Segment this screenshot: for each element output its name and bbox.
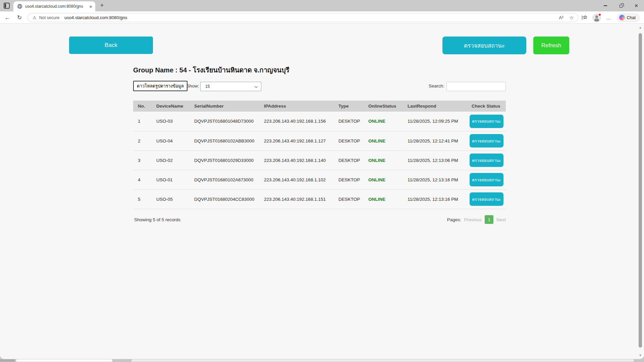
cell-serialnumber: DQVPJST01680204CC83000 — [190, 189, 259, 209]
globe-icon — [17, 4, 22, 9]
pagination: Pages: Previous 1 Next — [447, 215, 506, 224]
records-summary: Showing 5 of 5 records — [134, 217, 180, 222]
header-checkstatus: Check Status — [467, 101, 506, 112]
cell-no: 4 — [133, 170, 152, 189]
notification-dot — [598, 13, 601, 16]
nav-back-button[interactable]: ← — [3, 14, 11, 22]
tab-title: uso4.starcatcloud.com:8080/gns — [25, 4, 87, 9]
window-controls: × — [598, 0, 644, 11]
table-row: 3 USO-02 DQVPJST016801029D33000 223.206.… — [133, 150, 506, 170]
row-check-status-button[interactable]: ตรวจสอบสถานะ — [470, 173, 503, 186]
copilot-icon — [619, 15, 625, 20]
new-tab-button[interactable]: + — [98, 2, 106, 9]
current-page-badge[interactable]: 1 — [485, 215, 493, 224]
row-check-status-button[interactable]: ตรวจสอบสถานะ — [470, 115, 503, 128]
cell-no: 5 — [133, 189, 152, 209]
header-lastrespond: LastRespond — [403, 101, 467, 112]
scroll-up-icon[interactable]: ▲ — [638, 26, 643, 29]
horizontal-scrollbar[interactable] — [0, 359, 644, 362]
cell-last-respond: 11/28/2025, 12:13:06 PM — [403, 150, 467, 170]
restore-button[interactable] — [613, 0, 629, 11]
row-check-status-button[interactable]: ตรวจสอบสถานะ — [470, 134, 503, 147]
show-label: Show: — [186, 83, 199, 88]
check-status-all-button[interactable]: ตรวจสอบสถานะ — [442, 37, 526, 54]
header-onlinestatus: OnlineStatus — [364, 101, 403, 112]
more-menu-icon[interactable]: … — [606, 15, 611, 20]
browser-tab[interactable]: uso4.starcatcloud.com:8080/gns × — [13, 1, 95, 11]
tab-strip: uso4.starcatcloud.com:8080/gns × + × — [0, 0, 644, 11]
cell-online-status: ONLINE — [364, 170, 403, 189]
cell-last-respond: 11/28/2025, 12:12:41 PM — [403, 131, 467, 150]
cell-last-respond: 11/28/2025, 12:13:16 PM — [403, 189, 467, 209]
cell-online-status: ONLINE — [364, 150, 403, 170]
header-no: No. — [133, 101, 152, 112]
cell-ipaddress: 223.206.143.40:192.168.1.151 — [259, 189, 334, 209]
tab-actions-icon[interactable] — [4, 3, 10, 9]
security-label: Not secure — [39, 15, 59, 20]
download-table-button[interactable]: ดาวโหลดรูปตารางข้อมูล — [133, 81, 187, 91]
read-aloud-icon[interactable]: A)) — [559, 15, 563, 20]
page-size-select[interactable]: 15 — [200, 82, 261, 91]
row-check-status-button[interactable]: ตรวจสอบสถานะ — [470, 154, 503, 167]
cell-devicename: USO-04 — [152, 131, 190, 150]
back-button[interactable]: Back — [69, 37, 153, 54]
scroll-down-icon[interactable]: ▼ — [638, 354, 643, 357]
cell-ipaddress: 223.206.143.40:192.168.1.102 — [259, 170, 334, 189]
cell-online-status: ONLINE — [364, 112, 403, 131]
cell-no: 1 — [133, 112, 152, 131]
nav-reload-button[interactable]: ↻ — [15, 14, 23, 22]
cell-no: 3 — [133, 150, 152, 170]
scrollbar-thumb[interactable] — [639, 33, 642, 348]
header-serialnumber: SerialNumber — [190, 101, 259, 112]
cell-devicename: USO-01 — [152, 170, 190, 189]
pages-label: Pages: — [447, 217, 461, 222]
cell-ipaddress: 223.206.143.40:192.168.1.140 — [259, 150, 334, 170]
device-table: No. DeviceName SerialNumber IPAddress Ty… — [133, 101, 506, 209]
address-bar[interactable]: ⚠ Not secure uso4.starcatcloud.com:8080/… — [27, 13, 578, 22]
search-label: Search: — [429, 83, 444, 88]
cell-devicename: USO-05 — [152, 189, 190, 209]
close-icon: × — [635, 3, 638, 9]
header-devicename: DeviceName — [152, 101, 190, 112]
table-row: 5 USO-05 DQVPJST01680204CC83000 223.206.… — [133, 189, 506, 209]
refresh-button[interactable]: Refresh — [533, 37, 569, 54]
cell-serialnumber: DQVPJST01680102ABB3000 — [190, 131, 259, 150]
cell-serialnumber: DQVPJST016801048D73000 — [190, 112, 259, 131]
table-header-row: No. DeviceName SerialNumber IPAddress Ty… — [133, 101, 506, 112]
group-name-heading: Group Name : 54 - โรงเรียนบ้านหินดาด จ.ก… — [133, 65, 289, 75]
previous-page-link[interactable]: Previous — [464, 217, 482, 222]
cell-no: 2 — [133, 131, 152, 150]
browser-toolbar: ← ↻ ⚠ Not secure uso4.starcatcloud.com:8… — [0, 11, 644, 24]
header-type: Type — [334, 101, 364, 112]
vertical-scrollbar[interactable]: ▲ ▼ — [638, 24, 643, 358]
cell-last-respond: 11/28/2025, 12:13:16 PM — [403, 170, 467, 189]
next-page-link[interactable]: Next — [496, 217, 506, 222]
chat-label: Chat — [627, 15, 636, 20]
close-button[interactable]: × — [629, 0, 644, 11]
favorite-star-icon[interactable]: ☆ — [570, 15, 574, 20]
cell-devicename: USO-03 — [152, 112, 190, 131]
cell-last-respond: 11/28/2025, 12:09:25 PM — [403, 112, 467, 131]
row-check-status-button[interactable]: ตรวจสอบสถานะ — [470, 192, 503, 206]
profile-avatar[interactable] — [593, 14, 601, 22]
favorites-list-icon[interactable] — [581, 15, 587, 20]
minimize-button[interactable] — [598, 0, 613, 11]
not-secure-warning-icon: ⚠ — [33, 15, 37, 20]
copilot-chat-button[interactable]: Chat — [617, 13, 640, 22]
tab-close-icon[interactable]: × — [89, 4, 92, 9]
cell-type: DESKTOP — [334, 131, 364, 150]
cell-devicename: USO-02 — [152, 150, 190, 170]
header-ipaddress: IPAddress — [259, 101, 334, 112]
cell-type: DESKTOP — [334, 150, 364, 170]
horizontal-scrollbar-thumb[interactable] — [16, 359, 112, 362]
cell-ipaddress: 223.206.143.40:192.168.1.127 — [259, 131, 334, 150]
cell-ipaddress: 223.206.143.40:192.168.1.156 — [259, 112, 334, 131]
cell-online-status: ONLINE — [364, 131, 403, 150]
table-body: 1 USO-03 DQVPJST016801048D73000 223.206.… — [133, 112, 506, 209]
chevron-down-icon — [255, 85, 258, 88]
cell-type: DESKTOP — [334, 189, 364, 209]
cell-online-status: ONLINE — [364, 189, 403, 209]
page-content: Back ตรวจสอบสถานะ Refresh Group Name : 5… — [0, 24, 644, 359]
restore-icon — [620, 5, 623, 8]
search-input[interactable] — [446, 82, 506, 91]
